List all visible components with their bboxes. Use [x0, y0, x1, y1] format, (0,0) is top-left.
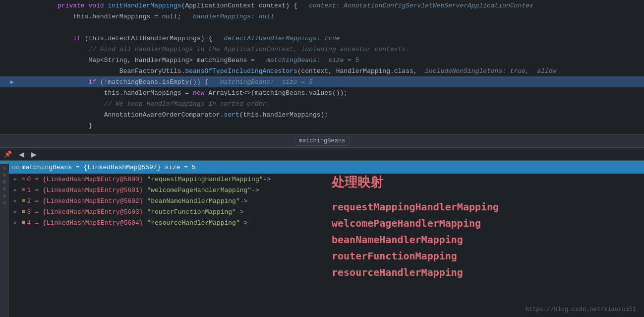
var-item-2[interactable]: ▶ ≡ 2 = {LinkedHashMap$Entry@5602} "bean… [0, 195, 644, 206]
expand-3-arrow: ▶ [14, 209, 20, 215]
side-marker-4: m [3, 187, 6, 192]
pin-icon: 📌 [4, 150, 12, 158]
debug-toolbar: 📌 ◀ ▶ [0, 148, 644, 161]
forward-button[interactable]: ▶ [29, 149, 39, 159]
code-line-2: this.handlerMappings = null; handlerMapp… [0, 11, 644, 22]
variables-header-text: matchingBeans = {LinkedHashMap@5597} siz… [22, 164, 196, 171]
entry-icon-2: ≡ [22, 198, 25, 204]
code-content-2: this.handlerMappings = null; handlerMapp… [15, 5, 644, 28]
code-editor: private void initHandlerMappings(Applica… [0, 0, 644, 134]
var-item-4[interactable]: ▶ ≡ 4 = {LinkedHashMap$Entry@5604} "reso… [0, 217, 644, 228]
var-item-3[interactable]: ▶ ≡ 3 = {LinkedHashMap$Entry@5603} "rout… [0, 206, 644, 217]
entry-icon-4: ≡ [22, 220, 25, 226]
footer-url: https://blog.csdn.net/xiaorui51 [526, 306, 636, 313]
expand-2-arrow: ▶ [14, 198, 20, 204]
expand-1-arrow: ▶ [14, 187, 20, 193]
code-line-12: } [0, 120, 644, 131]
var-item-1[interactable]: ▶ ≡ 1 = {LinkedHashMap$Entry@5601} "welc… [0, 185, 644, 195]
annotation-item-4: resourceHandlerMapping [332, 264, 629, 281]
expand-0-arrow: ▶ [14, 176, 20, 182]
side-marker-5: m [3, 193, 6, 199]
variables-header[interactable]: ▼ oo matchingBeans = {LinkedHashMap@5597… [0, 161, 644, 174]
side-marker-6: m [3, 200, 6, 206]
debug-tooltip-bar: matchingBeans [0, 134, 644, 148]
tooltip-text: matchingBeans [294, 136, 350, 146]
entry-icon-1: ≡ [22, 187, 25, 193]
code-content-12: } [15, 115, 644, 134]
map-icon: oo [12, 164, 20, 171]
entry-icon-3: ≡ [22, 209, 25, 215]
side-marker-3: m [3, 180, 6, 185]
variables-panel: ▼ oo matchingBeans = {LinkedHashMap@5597… [0, 161, 644, 253]
back-button[interactable]: ◀ [17, 149, 26, 159]
entry-icon-0: ≡ [22, 176, 25, 182]
side-marker-1: m [3, 166, 6, 171]
side-markers-panel: m m m m m m [0, 164, 9, 317]
side-marker-2: m [3, 173, 6, 178]
expand-4-arrow: ▶ [14, 220, 20, 226]
var-item-0[interactable]: ▶ ≡ 0 = {LinkedHashMap$Entry@5600} "requ… [0, 174, 644, 185]
